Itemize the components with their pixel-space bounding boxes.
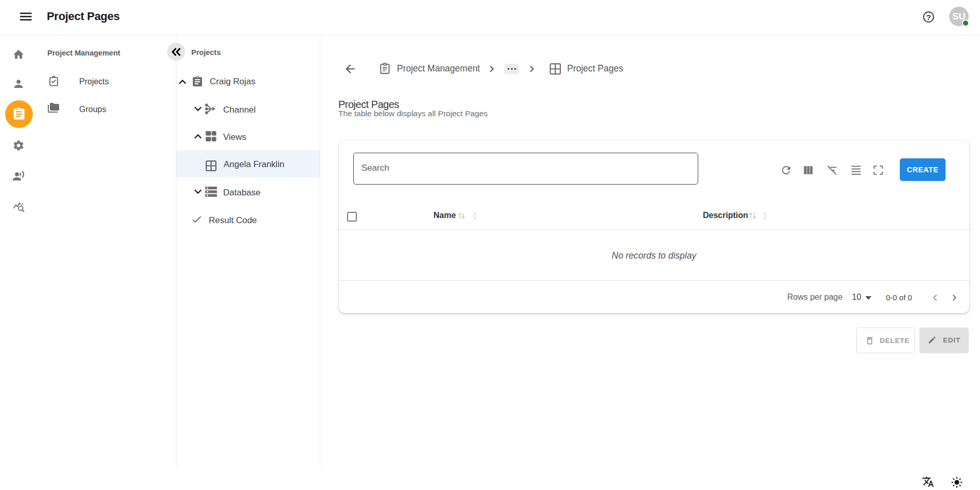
svg-text:?: ? <box>926 13 931 22</box>
